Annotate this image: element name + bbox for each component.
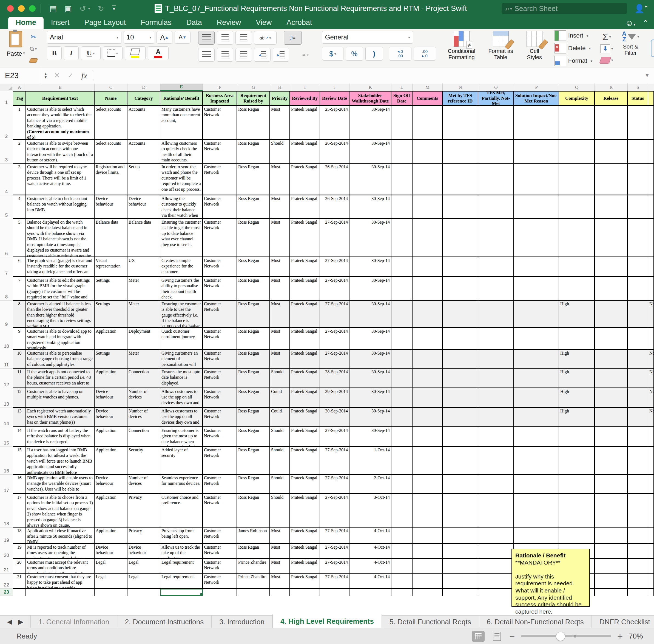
sheet-tab-3[interactable]: 3. Introduction [211, 616, 272, 628]
cell-category[interactable]: Device behaviour [128, 544, 160, 559]
cell-tag[interactable]: 11 [13, 369, 26, 388]
cell-priority[interactable]: Should [270, 494, 290, 528]
cell-text[interactable]: Mi is reported to track number of times … [26, 544, 94, 559]
cell-name[interactable]: Legal [94, 574, 128, 589]
row-number[interactable]: 21 [0, 559, 13, 574]
sheet-tab-1[interactable]: 1. General Information [30, 616, 117, 628]
column-header-G[interactable]: G [237, 84, 270, 91]
cell-status[interactable] [628, 475, 648, 494]
cell-tfs_ref[interactable] [443, 369, 478, 388]
cell-area[interactable]: Customer Network [203, 328, 237, 350]
comma-format-button[interactable]: ) [365, 47, 383, 61]
search-sheet-input[interactable]: ⌕▾ Search Sheet [502, 3, 627, 14]
cell-t[interactable] [648, 328, 654, 350]
close-window-button[interactable] [7, 5, 14, 12]
insert-function-icon[interactable]: fx [81, 71, 87, 80]
cell-status[interactable] [628, 388, 648, 408]
orientation-button[interactable]: ab↗▾ [254, 31, 276, 45]
row-number[interactable]: 1 [0, 91, 13, 106]
cell-t[interactable] [648, 140, 654, 164]
cell-review_date[interactable]: 27-Sep-2014 [320, 574, 349, 589]
align-middle-button[interactable] [217, 31, 233, 45]
column-header-J[interactable]: J [320, 84, 349, 91]
row-number[interactable]: 8 [0, 277, 13, 301]
cell-text[interactable]: Customer must accept the relevant terms … [26, 559, 94, 574]
cell-t[interactable] [648, 196, 654, 219]
cell-complexity[interactable] [559, 257, 595, 277]
cell-tag[interactable]: 17 [13, 494, 26, 528]
cell-status[interactable] [628, 589, 648, 596]
cell-text[interactable]: Customer is able to edit the settings wi… [26, 277, 94, 301]
increase-indent-button[interactable]: ▸ [273, 48, 289, 62]
zoom-slider[interactable] [521, 635, 611, 637]
cell-tfs_ref[interactable] [443, 494, 478, 528]
column-header-N[interactable]: N [443, 84, 478, 91]
cell-sign_off[interactable] [391, 369, 412, 388]
cell-tfs_ref[interactable] [443, 475, 478, 494]
cell-release[interactable] [595, 328, 628, 350]
cell-name[interactable]: Balance data [94, 219, 128, 257]
cell-walkthrough_date[interactable]: 30-Sep-14 [349, 408, 391, 427]
cell-tfs_ref[interactable] [443, 447, 478, 475]
delete-cells-button[interactable]: Delete▾ [555, 43, 592, 53]
feedback-smiley-icon[interactable]: ☺▾ [625, 18, 636, 28]
cell-text[interactable]: Customer will be required to sync device… [26, 164, 94, 196]
cell-complexity[interactable] [559, 447, 595, 475]
cell-tfs_ref[interactable] [443, 106, 478, 140]
cell-walkthrough_date[interactable]: 4-Oct-14 [349, 559, 391, 574]
cell-t[interactable] [648, 494, 654, 528]
cell-comments[interactable] [412, 164, 443, 196]
cell-reviewed_by[interactable]: Prateek Sangal [290, 106, 320, 140]
cell-comments[interactable] [412, 447, 443, 475]
ribbon-tab-view[interactable]: View [248, 17, 279, 29]
cell-raised_by[interactable]: Ross Regan [237, 369, 270, 388]
header-cell-text[interactable]: Requirement Text [26, 91, 94, 106]
cell-reviewed_by[interactable]: Prateek Sangal [290, 164, 320, 196]
cell-name[interactable]: Settings [94, 301, 128, 328]
cell-tag[interactable]: 9 [13, 328, 26, 350]
cell-review_date[interactable]: 27-Sep-2014 [320, 350, 349, 369]
prev-sheet-arrow-icon[interactable]: ◀ [7, 618, 12, 626]
cell-tfs_met[interactable] [478, 196, 514, 219]
shrink-font-button[interactable]: A▼ [175, 31, 190, 44]
cell-walkthrough_date[interactable]: 4-Oct-14 [349, 544, 391, 559]
paste-button[interactable]: Paste▾ [6, 31, 25, 66]
cell-category[interactable]: Privacy [128, 528, 160, 544]
cell-review_date[interactable]: 26-Sep-2014 [320, 140, 349, 164]
cell-reviewed_by[interactable]: Prateek Sangal [290, 574, 320, 589]
cell-release[interactable] [595, 106, 628, 140]
column-header-S[interactable]: S [628, 84, 648, 91]
cell-walkthrough_date[interactable]: 30-Sep-14 [349, 350, 391, 369]
underline-button[interactable]: U▾ [81, 46, 100, 60]
cell-priority[interactable]: Must [270, 196, 290, 219]
cell-raised_by[interactable]: Ross Regan [237, 301, 270, 328]
sheet-tab-7[interactable]: DNFR Checklist [592, 616, 654, 628]
cell-review_date[interactable]: 25-Sep-2014 [320, 106, 349, 140]
cancel-entry-icon[interactable]: ✕ [54, 71, 60, 80]
cell-raised_by[interactable]: Ross Regan [237, 544, 270, 559]
share-people-icon[interactable]: 👤+ [634, 4, 648, 14]
clear-button[interactable]: ▾ [600, 55, 613, 66]
increase-decimal-button[interactable]: ◂.0.00 [389, 47, 411, 61]
cell-text[interactable]: Customer is able to download app to smar… [26, 328, 94, 350]
header-cell-name[interactable]: Name [94, 91, 128, 106]
cell-priority[interactable]: Could [270, 408, 290, 427]
cell-comments[interactable] [412, 559, 443, 574]
cell-rationale[interactable]: Legal requirement [160, 574, 203, 589]
cell-status[interactable] [628, 106, 648, 140]
cell-rationale[interactable]: Ensuring the customer is able to use the… [160, 301, 203, 328]
cell-tfs_met[interactable] [478, 388, 514, 408]
italic-button[interactable]: I [64, 46, 79, 60]
row-number[interactable]: 7 [0, 257, 13, 277]
header-cell-comments[interactable]: Comments [412, 91, 443, 106]
cell-complexity[interactable]: High [559, 408, 595, 427]
cell-solution_impact[interactable] [514, 257, 559, 277]
cell-solution_impact[interactable] [514, 528, 559, 544]
cell-area[interactable]: Customer Network [203, 369, 237, 388]
sheet-tab-6[interactable]: 6. Detail Non-Functional Reqts [479, 616, 592, 628]
cell-raised_by[interactable]: Ross Regan [237, 350, 270, 369]
cell-tfs_ref[interactable] [443, 196, 478, 219]
header-cell-raised_by[interactable]: Requirement Raised by [237, 91, 270, 106]
cell-solution_impact[interactable] [514, 140, 559, 164]
cell-tfs_met[interactable] [478, 475, 514, 494]
